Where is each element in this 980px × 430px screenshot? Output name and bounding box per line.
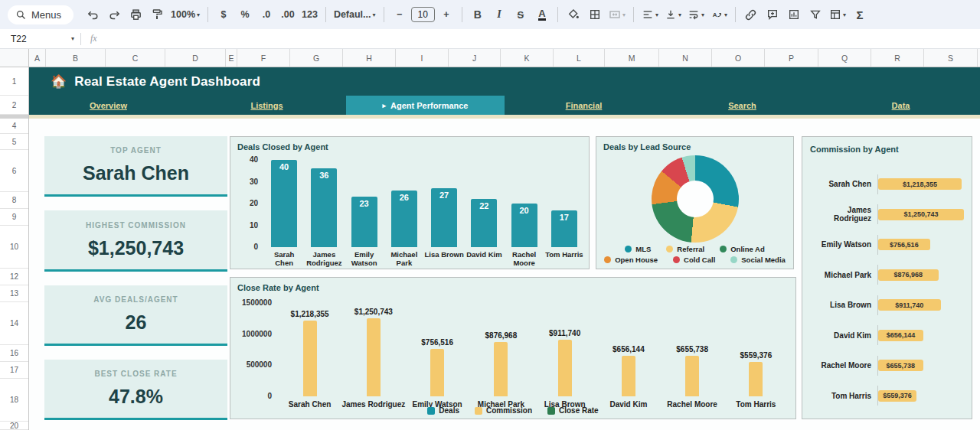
column-header-P[interactable]: P <box>765 49 818 67</box>
kpi-label: AVG DEALS/AGENT <box>93 295 178 304</box>
chart-close-rate-by-agent[interactable]: Close Rate by Agent150000010000005000000… <box>230 277 796 419</box>
column-header-B[interactable]: B <box>46 49 106 67</box>
font-family-select[interactable]: Defaul...▾ <box>332 5 378 24</box>
tab-agent-performance[interactable]: ▸Agent Performance <box>346 96 505 115</box>
text-color-button[interactable]: A <box>532 5 552 24</box>
column-header-K[interactable]: K <box>501 49 554 67</box>
format-percent-button[interactable]: % <box>235 5 255 24</box>
merge-cells-button[interactable]: ▾ <box>606 5 628 24</box>
row-header-9[interactable]: 9 <box>0 209 28 226</box>
column-header-S[interactable]: S <box>924 49 978 67</box>
chart-deals-closed-by-agent[interactable]: Deals Closed by Agent4030201004036232627… <box>230 136 590 269</box>
tab-listings[interactable]: Listings <box>188 96 346 115</box>
legend-dot <box>673 256 680 263</box>
row-header-10[interactable]: 10 <box>0 226 28 269</box>
zoom-select[interactable]: 100%▾ <box>168 5 202 24</box>
strikethrough-button[interactable]: S <box>511 5 531 24</box>
column-header-F[interactable]: F <box>237 49 290 67</box>
print-button[interactable] <box>126 5 145 24</box>
column-header-Q[interactable]: Q <box>818 49 871 67</box>
tab-search[interactable]: Search <box>663 96 822 115</box>
select-all-corner[interactable] <box>0 49 29 67</box>
tab-financial[interactable]: Financial <box>505 96 663 115</box>
more-formats-button[interactable]: 123 <box>299 5 320 24</box>
row-header-20[interactable]: 20 <box>0 422 28 430</box>
bold-button[interactable]: B <box>468 5 488 24</box>
tab-overview[interactable]: Overview <box>29 96 188 115</box>
divider <box>735 7 736 22</box>
chart-title: Deals Closed by Agent <box>237 142 328 151</box>
row-header-14[interactable]: 14 <box>0 302 28 345</box>
insert-comment-button[interactable] <box>763 5 782 24</box>
column-header-M[interactable]: M <box>605 49 659 67</box>
format-currency-button[interactable]: $ <box>214 5 234 24</box>
row-headers: 12456891012131416171820 <box>0 67 29 430</box>
row-header-16[interactable]: 16 <box>0 345 28 362</box>
menus-button[interactable]: Menus <box>8 5 74 24</box>
increase-decimal-button[interactable]: .00 <box>278 5 298 24</box>
increase-font-size-button[interactable]: + <box>436 5 456 24</box>
vertical-align-button[interactable]: ▾ <box>662 5 684 24</box>
functions-button[interactable]: Σ <box>850 5 870 24</box>
column-header-A[interactable]: A <box>29 49 46 67</box>
chart-deals-by-lead-source[interactable]: Deals by Lead SourceMLSReferralOnline Ad… <box>596 136 794 269</box>
column-header-L[interactable]: L <box>554 49 605 67</box>
y-axis-tick: 10 <box>237 221 258 230</box>
kpi-card-top-agent[interactable]: TOP AGENTSarah Chen <box>44 136 227 197</box>
increase-font-size-button-label: + <box>443 9 449 20</box>
chart-commission-by-agent[interactable]: Commission by AgentSarah Chen$1,218,355J… <box>802 136 972 419</box>
text-rotation-button[interactable]: A▾ <box>708 5 730 24</box>
column-header-J[interactable]: J <box>449 49 501 67</box>
legend-swatch <box>475 407 482 415</box>
column-header-I[interactable]: I <box>396 49 449 67</box>
decrease-decimal-button[interactable]: .0 <box>256 5 276 24</box>
row-header-18[interactable]: 18 <box>0 379 28 422</box>
row-header-2[interactable]: 2 <box>0 96 28 115</box>
horizontal-align-button[interactable]: ▾ <box>639 5 661 24</box>
column-header-E[interactable]: E <box>226 49 237 67</box>
table-views-button[interactable]: ▾ <box>827 5 848 24</box>
row-header-6[interactable]: 6 <box>0 150 28 192</box>
undo-button[interactable] <box>83 5 103 24</box>
fill-color-button[interactable] <box>564 5 583 24</box>
legend-label: Deals <box>439 406 459 415</box>
borders-button[interactable] <box>585 5 605 24</box>
bar: $656,144 <box>878 330 923 341</box>
row-header-8[interactable]: 8 <box>0 192 28 209</box>
column-header-G[interactable]: G <box>290 49 343 67</box>
column-header-R[interactable]: R <box>871 49 924 67</box>
formula-input[interactable] <box>106 29 980 48</box>
row-header-12[interactable]: 12 <box>0 269 28 285</box>
row-header-13[interactable]: 13 <box>0 285 28 302</box>
insert-chart-button[interactable] <box>784 5 804 24</box>
font-size-input[interactable]: 10 <box>411 7 435 22</box>
kpi-card-highest-commission[interactable]: HIGHEST COMMISSION$1,250,743 <box>44 210 227 272</box>
kpi-card-avg-deals-agent[interactable]: AVG DEALS/AGENT26 <box>44 285 227 346</box>
column-header-D[interactable]: D <box>165 49 226 67</box>
category-label: Lisa Brown <box>808 301 877 309</box>
legend-row: Open HouseCold CallSocial Media <box>596 256 793 264</box>
sheet-grid: 12456891012131416171820 🏠 Real Estate Ag… <box>0 67 980 430</box>
column-header-C[interactable]: C <box>106 49 165 67</box>
bar-value-label: 27 <box>439 191 449 247</box>
tab-data[interactable]: Data <box>822 96 980 115</box>
cell-name-box[interactable]: T22 ▾ <box>0 34 80 44</box>
row-header-1[interactable]: 1 <box>0 67 28 96</box>
create-filter-button[interactable] <box>805 5 825 24</box>
text-wrapping-button[interactable]: ▾ <box>685 5 707 24</box>
row-header-17[interactable]: 17 <box>0 362 28 379</box>
italic-button[interactable]: I <box>489 5 509 24</box>
column-header-H[interactable]: H <box>343 49 396 67</box>
column-header-N[interactable]: N <box>659 49 712 67</box>
row-header-4[interactable]: 4 <box>0 119 28 134</box>
decrease-font-size-button[interactable]: − <box>390 5 410 24</box>
legend-item-referral: Referral <box>666 245 704 253</box>
redo-button[interactable] <box>104 5 124 24</box>
bar-value-label: $756,516 <box>890 241 919 249</box>
insert-link-button[interactable] <box>741 5 761 24</box>
column-header-O[interactable]: O <box>712 49 765 67</box>
paint-format-button[interactable] <box>147 5 167 24</box>
x-axis-label: Sarah Chen <box>264 250 304 268</box>
kpi-card-best-close-rate[interactable]: BEST CLOSE RATE47.8% <box>44 360 227 420</box>
row-header-5[interactable]: 5 <box>0 134 28 150</box>
